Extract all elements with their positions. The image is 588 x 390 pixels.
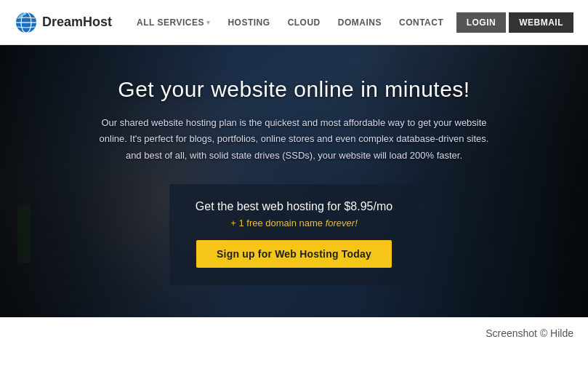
- nav-item-all-services[interactable]: ALL SERVICES ▾: [129, 13, 217, 32]
- navbar-left: DreamHost ALL SERVICES ▾ HOSTING CLOUD D…: [15, 11, 451, 34]
- nav-item-contact[interactable]: CONTACT: [392, 13, 451, 32]
- navbar: DreamHost ALL SERVICES ▾ HOSTING CLOUD D…: [0, 0, 588, 45]
- hero-price-text: Get the best web hosting for $8.95/mo: [196, 200, 392, 213]
- hero-content: Get your website online in minutes! Our …: [84, 77, 505, 284]
- logo-text: DreamHost: [42, 15, 112, 30]
- signup-button[interactable]: Sign up for Web Hosting Today: [196, 240, 392, 268]
- login-button[interactable]: LOGIN: [456, 12, 507, 33]
- logo[interactable]: DreamHost: [15, 11, 112, 34]
- dreamhost-logo-icon: [15, 11, 38, 34]
- hero-section: Get your website online in minutes! Our …: [0, 45, 588, 317]
- hero-title: Get your website online in minutes!: [98, 77, 491, 102]
- nav-item-domains[interactable]: DOMAINS: [331, 13, 389, 32]
- hero-free-domain-text: + 1 free domain name forever!: [196, 218, 392, 228]
- hero-offer-box: Get the best web hosting for $8.95/mo + …: [169, 184, 419, 285]
- nav-item-cloud[interactable]: CLOUD: [281, 13, 328, 32]
- webmail-button[interactable]: WEBMAIL: [509, 12, 573, 33]
- nav-links: ALL SERVICES ▾ HOSTING CLOUD DOMAINS CON…: [129, 13, 451, 32]
- navbar-right: LOGIN WEBMAIL: [456, 12, 573, 33]
- nav-item-hosting[interactable]: HOSTING: [220, 13, 277, 32]
- hero-description: Our shared website hosting plan is the q…: [98, 115, 491, 163]
- caret-icon: ▾: [206, 19, 211, 26]
- watermark: Screenshot © Hilde: [0, 317, 588, 345]
